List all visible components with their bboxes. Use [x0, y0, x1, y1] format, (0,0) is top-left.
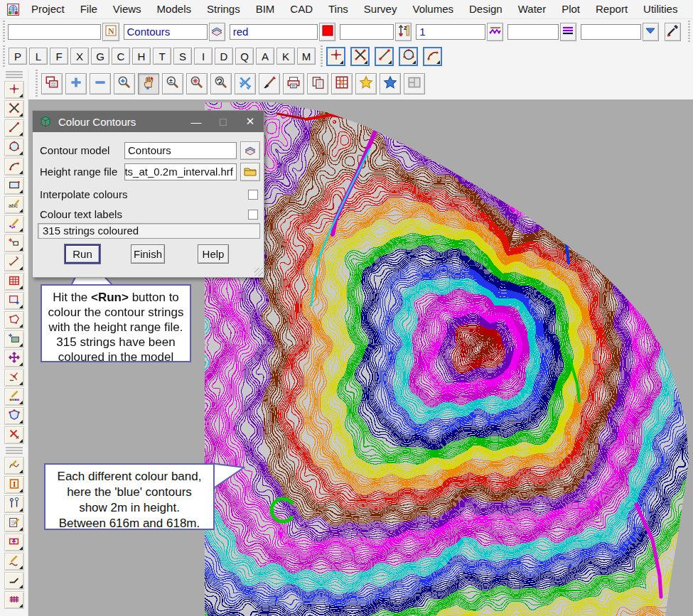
- cad-circle-button[interactable]: [4, 139, 24, 156]
- cad-letter-d-button[interactable]: D: [215, 48, 233, 65]
- toolbar-grip[interactable]: [1, 45, 7, 67]
- menu-item-plot[interactable]: Plot: [554, 0, 588, 18]
- zoom-in-button[interactable]: [65, 73, 87, 94]
- pan-button[interactable]: [138, 73, 159, 94]
- cad-letter-g-button[interactable]: G: [91, 48, 109, 65]
- cad-letter-p-button[interactable]: P: [9, 48, 27, 65]
- menu-item-strings[interactable]: Strings: [199, 0, 248, 18]
- hatch-button[interactable]: [4, 591, 24, 609]
- menu-item-tins[interactable]: Tins: [321, 0, 356, 18]
- zoom-extents-button[interactable]: [114, 73, 135, 94]
- cad-letter-k-button[interactable]: K: [276, 48, 295, 65]
- zoom-window-button[interactable]: ±: [162, 73, 183, 94]
- cad-letter-m-button[interactable]: M: [297, 48, 316, 65]
- new-view-button[interactable]: [41, 73, 63, 94]
- create-point-button[interactable]: [4, 234, 24, 252]
- menu-item-report[interactable]: Report: [588, 0, 635, 18]
- model-field[interactable]: Contours: [124, 24, 208, 40]
- menu-item-models[interactable]: Models: [149, 0, 199, 18]
- cad-rect-button[interactable]: [4, 177, 24, 195]
- toolbar-grip[interactable]: [34, 70, 40, 98]
- minimize-button[interactable]: —: [183, 111, 210, 132]
- angle-button[interactable]: [4, 572, 24, 590]
- survey-pins-button[interactable]: [4, 495, 24, 513]
- interpolate-colours-checkbox[interactable]: [248, 190, 258, 200]
- plot-button[interactable]: [283, 73, 304, 94]
- cad-letter-a-button[interactable]: A: [256, 48, 274, 65]
- help-button[interactable]: Help: [198, 244, 229, 264]
- circle-snap-button[interactable]: [399, 47, 418, 66]
- menu-item-volumes[interactable]: Volumes: [404, 0, 461, 18]
- eyedropper-button[interactable]: [665, 23, 681, 41]
- translate-button[interactable]: [4, 534, 24, 551]
- menu-item-views[interactable]: Views: [105, 0, 149, 18]
- redraw-button[interactable]: [259, 73, 280, 94]
- colour-text-labels-checkbox[interactable]: [248, 210, 258, 220]
- grid-button[interactable]: [4, 273, 24, 291]
- menu-item-design[interactable]: Design: [461, 0, 510, 18]
- sheet-button[interactable]: [331, 73, 353, 94]
- layout-button[interactable]: [404, 73, 425, 94]
- toolbar-grip[interactable]: [1, 21, 6, 43]
- cad-letter-x-button[interactable]: X: [70, 48, 89, 65]
- linestyle-field[interactable]: [507, 24, 559, 40]
- notes-button[interactable]: [4, 514, 24, 532]
- zoom-all-button[interactable]: [186, 73, 208, 94]
- sidebar-grip[interactable]: [6, 71, 23, 80]
- tin-field[interactable]: [581, 24, 641, 40]
- copy-view-button[interactable]: [307, 73, 328, 94]
- linestyle-field-picker-button[interactable]: [560, 23, 576, 41]
- cad-letter-i-button[interactable]: I: [194, 48, 213, 65]
- contour-model-input[interactable]: Contours: [124, 142, 237, 159]
- cad-text-field-picker-button[interactable]: N: [102, 23, 119, 41]
- zoom-out-button[interactable]: [90, 73, 111, 94]
- weight-field-picker-button[interactable]: [487, 23, 503, 41]
- tin-field-picker-button[interactable]: [643, 23, 659, 41]
- close-string-button[interactable]: [4, 407, 24, 425]
- image-button[interactable]: [4, 330, 24, 348]
- favourites-button[interactable]: [355, 73, 377, 94]
- polygon-button[interactable]: [4, 311, 24, 329]
- line-snap-button[interactable]: [375, 47, 394, 66]
- height-field[interactable]: [340, 24, 394, 40]
- model-field-picker-button[interactable]: [209, 23, 225, 41]
- finish-button[interactable]: Finish: [131, 244, 165, 264]
- weight-field[interactable]: 1: [416, 24, 485, 40]
- cad-letter-f-button[interactable]: F: [50, 48, 68, 65]
- menu-item-survey[interactable]: Survey: [356, 0, 405, 18]
- cross-snap-button[interactable]: [350, 47, 370, 66]
- zoom-previous-button[interactable]: [210, 73, 232, 94]
- menu-item-water[interactable]: Water: [510, 0, 554, 18]
- interface-button[interactable]: I: [4, 476, 24, 494]
- favourites2-button[interactable]: [380, 73, 401, 94]
- dialog-resize-grip[interactable]: [254, 268, 263, 276]
- cad-line-button[interactable]: [4, 119, 24, 137]
- move-point-button[interactable]: [4, 369, 24, 387]
- measure-button[interactable]: [4, 254, 24, 271]
- fit-button[interactable]: [235, 73, 256, 94]
- colour-field[interactable]: red: [230, 24, 318, 40]
- close-button[interactable]: ✕: [237, 111, 264, 132]
- height-range-file-input[interactable]: hts_at_0.2m_interval.hrf: [124, 163, 237, 180]
- cad-letter-t-button[interactable]: T: [153, 48, 171, 65]
- colour-line-button[interactable]: [4, 388, 24, 406]
- cad-point-button[interactable]: [4, 81, 24, 99]
- cad-letter-s-button[interactable]: S: [173, 48, 192, 65]
- cad-arc-button[interactable]: [4, 158, 24, 175]
- colour-field-picker-button[interactable]: [319, 23, 335, 41]
- menu-item-file[interactable]: File: [72, 0, 105, 18]
- toolbar-grip[interactable]: [319, 45, 325, 67]
- file-browse-button[interactable]: [240, 163, 260, 181]
- freehand-button[interactable]: [4, 457, 24, 475]
- move-button[interactable]: [4, 350, 24, 367]
- toolbar-grip[interactable]: [687, 21, 692, 43]
- point-snap-button[interactable]: [326, 47, 345, 66]
- menu-item-project[interactable]: Project: [23, 0, 72, 18]
- delete-button[interactable]: [4, 426, 24, 444]
- sidebar-grip[interactable]: [6, 447, 23, 455]
- dialog-title-bar[interactable]: 12 Colour Contours — ◻ ✕: [33, 111, 264, 132]
- cad-letter-c-button[interactable]: C: [112, 48, 130, 65]
- cad-letter-q-button[interactable]: Q: [235, 48, 254, 65]
- arc-snap-button[interactable]: [423, 47, 442, 66]
- edit-curve-button[interactable]: [4, 553, 24, 571]
